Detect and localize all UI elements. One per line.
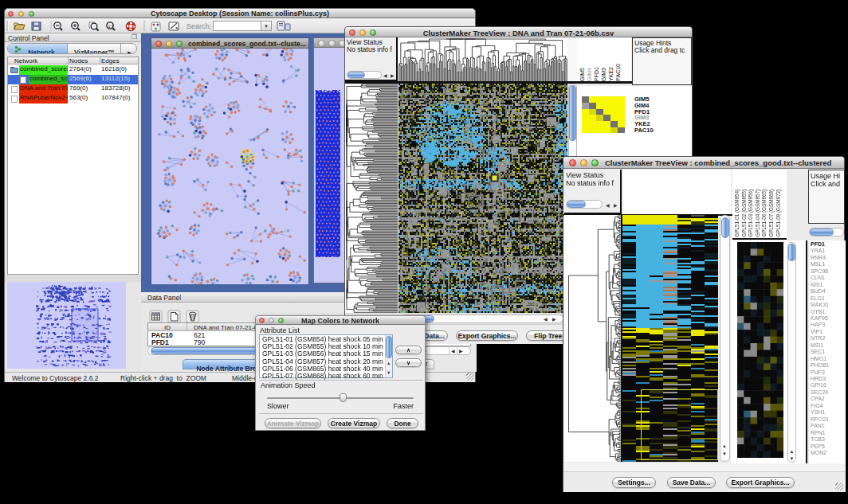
svg-text:1:1: 1:1 — [108, 24, 114, 29]
